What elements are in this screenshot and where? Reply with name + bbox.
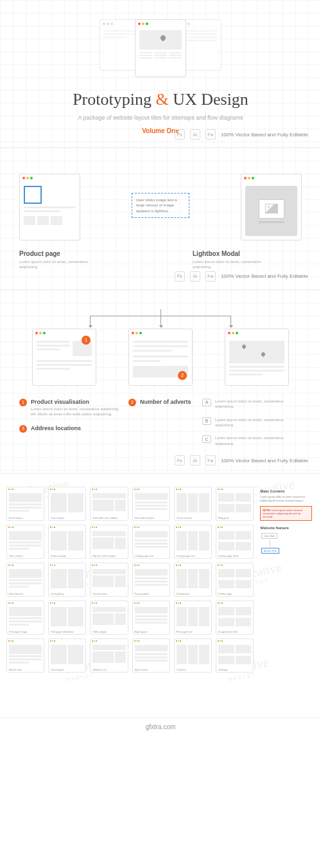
tree-window-3: 3 [225,329,289,386]
tree-section: 1 2 3 [0,290,321,474]
badge-row: Ps Ai Fw 100% Vector Based and Fully Edi… [175,271,308,282]
layout-tile: Dashboard [174,563,212,597]
layout-tile: Timeline [174,638,212,673]
tile-label: Full page image [7,629,44,634]
product-page-desc: Lorem ipsum dolor sit amet, consectetur … [19,259,103,270]
badge-1: 1 [82,336,91,345]
tile-label: Full page form [175,629,211,634]
tile-label: Big text with images [91,554,127,558]
ps-icon: Ps [175,455,185,466]
tile-gallery: Fixed layoutTwo columnFull width with si… [6,487,315,676]
layout-tile: Video player [90,601,128,635]
tile-label: Full page slideshow [49,629,85,634]
badge-2: 2 [178,371,187,380]
layout-tile: Split screen [132,638,170,673]
ps-icon: Ps [175,271,185,282]
tile-label: Contact form [91,592,127,596]
tile-label: Timeline [175,667,211,672]
layout-tile: Sidebar nav [90,638,128,673]
fw-icon: Fw [205,455,216,466]
badge-text: 100% Vector Based and Fully Editable [221,132,308,138]
layout-tile: Full page slideshow [48,601,86,635]
product-image-highlight [24,186,42,204]
ai-icon: Ai [190,271,200,282]
anno-num-1: 1 [19,399,27,406]
anno-title-2: Number of adverts [140,399,193,405]
mini-window-center [135,19,186,77]
hero-section: Prototyping & UX Design A package of web… [0,0,321,148]
layout-tile: Big text with images [90,525,128,559]
note-box: NOTE: Lorem ipsum dolor sit amet consect… [260,506,312,521]
anno-title-3: Address locations [31,425,119,431]
tree-connector [58,309,263,329]
lightbox-window [241,174,302,240]
map-icon [139,30,182,50]
tile-label: Card layout [49,667,85,672]
hero-illustration [13,19,308,77]
fw-icon: Fw [205,271,216,282]
ai-icon: Ai [190,455,200,466]
tile-label: Text content [7,554,44,558]
tile-label: Pricing table [133,592,169,596]
anno-desc-a: Lorem ipsum dolor sit amet, consectetur … [215,399,302,410]
layout-tile: Full width header [132,487,170,521]
layout-tile: Listing page two [174,525,212,559]
side-panel: Main Content Lorem ipsum dolor sit amet … [257,487,315,676]
layout-tile: Settings [216,638,254,673]
layout-tile: Card layout [48,638,86,673]
layout-tile: Two column [48,487,86,521]
pin-icon [261,352,266,357]
main-content-text: Lorem ipsum dolor sit amet consectetur a… [260,495,312,502]
anno-title-1: Product visualisation [31,399,119,405]
tile-label: Settings [216,667,253,672]
tile-label: Full width header [133,516,169,520]
tile-label: Hero banner [7,592,44,596]
ps-icon: Ps [175,129,185,140]
tree-window-1: 1 [32,329,96,386]
layout-tile: Full width with sidebar [90,487,128,521]
anno-num-2: 2 [128,399,136,406]
connector-box-blue: Action item [261,548,279,554]
main-title: Prototyping & UX Design [13,90,308,109]
layout-tile: Full page image [6,601,44,635]
map-icon [229,341,284,363]
product-page-window [19,174,80,240]
tile-label: Fixed layout [7,516,44,520]
anno-letter-b: B [202,417,211,425]
tile-label: Dashboard [175,592,211,596]
tile-label: Image below title [216,629,253,634]
layout-tile: Pricing table [132,563,170,597]
image-icon [265,204,278,213]
layout-tile: Profile page [216,563,254,597]
layout-tile: Listing page one [132,525,170,559]
connector-diagram: User flow Action item [260,532,312,555]
subtitle: A package of website layout tiles for si… [13,114,308,121]
flow-note: User clicks image and a large version of… [132,193,189,218]
tile-label: Full width with sidebar [91,516,127,520]
layout-tile: Listing page three [216,525,254,559]
layout-tile: Map layout [132,601,170,635]
layout-tile: Three column [174,487,212,521]
tile-label: Listing page three [216,554,253,558]
badge-row: Ps Ai Fw 100% Vector Based and Fully Edi… [175,455,308,466]
tile-label: Article view [7,667,44,672]
tile-label: Listing page one [133,554,169,558]
website-feature-title: Website feature [260,526,312,530]
anno-desc-c: Lorem ipsum dolor sit amet, consectetur … [215,435,302,446]
tile-label: Blog post [216,516,253,520]
anno-letter-c: C [202,435,211,443]
layout-tile: Fixed layout [6,487,44,521]
layout-tile: Image below title [216,601,254,635]
layout-tile: Grid gallery [48,563,86,597]
lightbox-desc: Lorem ipsum dolor sit amet, consectetur … [193,259,276,270]
tile-label: Video player [91,629,127,634]
tile-label: Listing page two [175,554,211,558]
badge-row: Ps Ai Fw 100% Vector Based and Fully Edi… [175,129,308,140]
tree-window-2: 2 [128,329,193,386]
anno-letter-a: A [202,399,211,406]
tile-label: Profile page [216,592,253,596]
tile-label: Map layout [133,629,169,634]
lightbox-title: Lightbox Modal [193,250,276,257]
flow-section: User clicks image and a large version of… [0,148,321,290]
tile-label: Two column [49,516,85,520]
